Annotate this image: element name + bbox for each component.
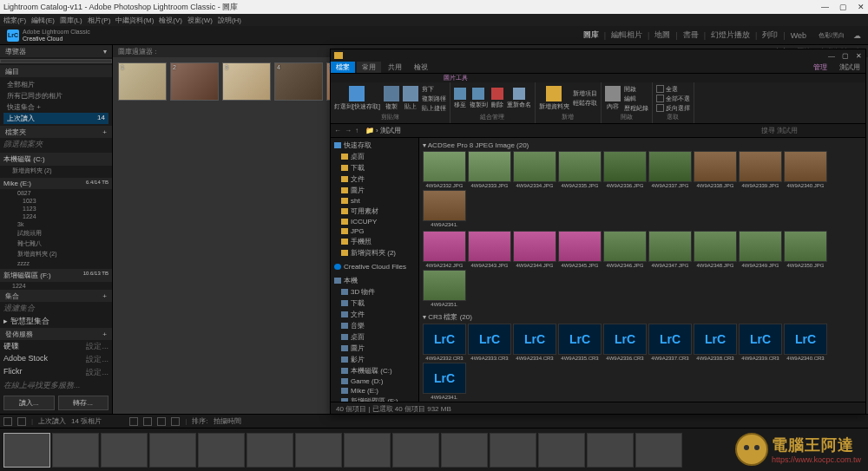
toolbar-prev[interactable]: 上次讀入 (38, 416, 66, 426)
tree-item[interactable]: 下載 (332, 298, 417, 309)
edit-button[interactable]: 編輯 (624, 95, 648, 103)
explorer-titlebar[interactable]: — ▢ ✕ (331, 49, 865, 62)
filter-folders[interactable]: 篩選檔案夾 (0, 138, 112, 151)
module-slideshow[interactable]: 幻燈片播放 (711, 29, 750, 41)
publish-stock[interactable]: Adobe Stock設定... (0, 353, 112, 366)
filmstrip-thumb[interactable] (247, 433, 293, 468)
file-thumb[interactable]: 4W9A2346.JPG (603, 231, 647, 268)
rename-button[interactable]: 重新命名 (507, 88, 531, 109)
drive-c[interactable]: 本機磁碟 (C:) (0, 153, 112, 166)
filmstrip-thumb[interactable] (101, 433, 148, 468)
grid-thumb[interactable]: 1 (118, 62, 167, 101)
ribbon-file-tab[interactable]: 檔案 (331, 62, 355, 73)
tree-item[interactable]: 影片 (332, 354, 417, 365)
folder-item[interactable]: zzzz (0, 259, 112, 267)
file-thumb[interactable]: 4W9A2338.JPG (694, 151, 737, 188)
ribbon-context-manage[interactable]: 管理 (808, 62, 832, 73)
folder-item[interactable]: 1023 (0, 197, 112, 205)
tree-item[interactable]: 新增資料夾 (2) (332, 247, 417, 258)
filmstrip-thumb[interactable] (198, 433, 245, 468)
folder-item[interactable]: 0827 (0, 189, 112, 197)
easy-access-button[interactable]: 輕鬆存取 (573, 99, 597, 108)
filmstrip-thumb[interactable] (392, 433, 439, 468)
nav-fwd-button[interactable]: → (345, 127, 352, 134)
folder-item[interactable]: 1224 (0, 213, 112, 220)
view-mode-icon[interactable] (157, 417, 166, 426)
select-all-button[interactable]: 全選 (656, 85, 690, 94)
menu-library[interactable]: 圖庫(L) (60, 16, 82, 25)
folder-item[interactable]: 3k (0, 220, 112, 228)
module-develop[interactable]: 編輯相片 (611, 29, 642, 41)
tree-item[interactable]: 手機照 (332, 236, 417, 247)
navigator-preview[interactable] (0, 59, 112, 63)
tree-item[interactable]: 文件 (332, 173, 417, 185)
file-thumb[interactable]: 4W9A2336.JPG (603, 151, 647, 188)
folders-header[interactable]: 檔案夾+ (0, 126, 112, 138)
export-button[interactable]: 轉存... (58, 396, 109, 410)
collections-header[interactable]: 集合+ (0, 290, 112, 302)
menu-metadata[interactable]: 中繼資料(M) (115, 16, 154, 25)
ribbon-context-folder[interactable]: 測試用 (834, 62, 865, 73)
file-thumb[interactable]: 4W9A2332.JPG (423, 151, 466, 188)
tree-item[interactable]: 桌面 (332, 331, 417, 343)
view-mode-icon[interactable] (171, 417, 180, 426)
drive-f[interactable]: 新增磁碟區 (F:)10.6/13 TB (0, 269, 112, 282)
tree-item[interactable]: 圖片 (332, 185, 417, 196)
file-thumb[interactable]: LrC4W9A2340.CR3 (784, 324, 827, 361)
window-maximize-button[interactable]: ▢ (839, 3, 847, 11)
explorer-maximize-button[interactable]: ▢ (842, 52, 849, 60)
pin-button[interactable]: 釘選到[快速存取] (334, 86, 380, 111)
ribbon-share-tab[interactable]: 共用 (383, 62, 407, 73)
paste-button[interactable]: 貼上 (403, 86, 418, 111)
file-thumb[interactable]: 4W9A2340.JPG (784, 151, 827, 188)
filmstrip-thumb[interactable] (3, 433, 50, 468)
filmstrip-thumb[interactable] (587, 433, 634, 468)
module-map[interactable]: 地圖 (654, 29, 670, 41)
filmstrip-thumb[interactable] (441, 433, 488, 468)
copyto-button[interactable]: 複製到 (470, 88, 488, 109)
history-button[interactable]: 歷程紀錄 (624, 104, 648, 113)
tree-item[interactable]: 圖片 (332, 343, 417, 354)
move-button[interactable]: 移至 (454, 88, 466, 109)
tree-item[interactable]: 新增磁碟區 (F:) (332, 396, 417, 402)
folder-item[interactable]: 試鏡頭用 (0, 228, 112, 239)
nav-up-button[interactable]: ↑ (355, 127, 358, 134)
file-thumb[interactable]: 4W9A2333.JPG (468, 151, 511, 188)
folder-item[interactable]: 1224 (0, 282, 112, 290)
file-thumb[interactable]: LrC4W9A2335.CR3 (558, 324, 602, 361)
catalog-header[interactable]: 編目 (0, 65, 112, 77)
explorer-search-input[interactable]: 搜尋 測試用 (758, 125, 862, 136)
menu-window[interactable]: 視窗(W) (187, 16, 213, 25)
ribbon-home-tab[interactable]: 常用 (357, 62, 381, 73)
folder-item[interactable]: 新增資料夾 (2) (0, 249, 112, 259)
menu-view[interactable]: 檢視(V) (159, 16, 182, 25)
properties-button[interactable]: 內容 (605, 86, 621, 111)
new-item-button[interactable]: 新增項目 (573, 89, 597, 98)
menu-edit[interactable]: 編輯(E) (31, 16, 55, 25)
publish-header[interactable]: 發佈服務+ (0, 328, 112, 340)
tree-item[interactable]: Mike (E:) (332, 386, 417, 396)
open-button[interactable]: 開啟 (624, 85, 648, 94)
explorer-close-button[interactable]: ✕ (856, 52, 862, 60)
drive-e[interactable]: Mike (E:)6.4/14 TB (0, 178, 112, 189)
group-header-jpeg[interactable]: ACDSee Pro 8 JPEG Image (20) (423, 140, 862, 151)
tree-item[interactable]: 本機磁碟 (C:) (332, 365, 417, 376)
tree-item[interactable]: 桌面 (332, 151, 417, 162)
file-thumb[interactable]: LrC4W9A2341. (423, 363, 466, 400)
grid-thumb[interactable]: 2 (170, 62, 219, 101)
sort-value[interactable]: 拍攝時間 (214, 416, 241, 426)
tree-item[interactable]: 文件 (332, 309, 417, 320)
find-more-services[interactable]: 在線上尋找更多服務... (0, 379, 112, 392)
grid-thumb[interactable]: 3 (222, 62, 271, 101)
file-thumb[interactable]: LrC4W9A2338.CR3 (694, 324, 737, 361)
filmstrip-thumb[interactable] (538, 433, 585, 468)
filmstrip-thumb[interactable] (635, 433, 682, 468)
file-thumb[interactable]: 4W9A2344.JPG (513, 231, 556, 268)
file-thumb[interactable]: LrC4W9A2339.CR3 (739, 324, 782, 361)
filmstrip-thumb[interactable] (344, 433, 391, 468)
paste-shortcut-button[interactable]: 貼上捷徑 (422, 104, 446, 113)
explorer-minimize-button[interactable]: — (828, 52, 835, 60)
window-close-button[interactable]: ✕ (858, 3, 865, 11)
module-library[interactable]: 圖庫 (583, 29, 599, 41)
catalog-last-import[interactable]: 上次讀入14 (3, 113, 108, 124)
